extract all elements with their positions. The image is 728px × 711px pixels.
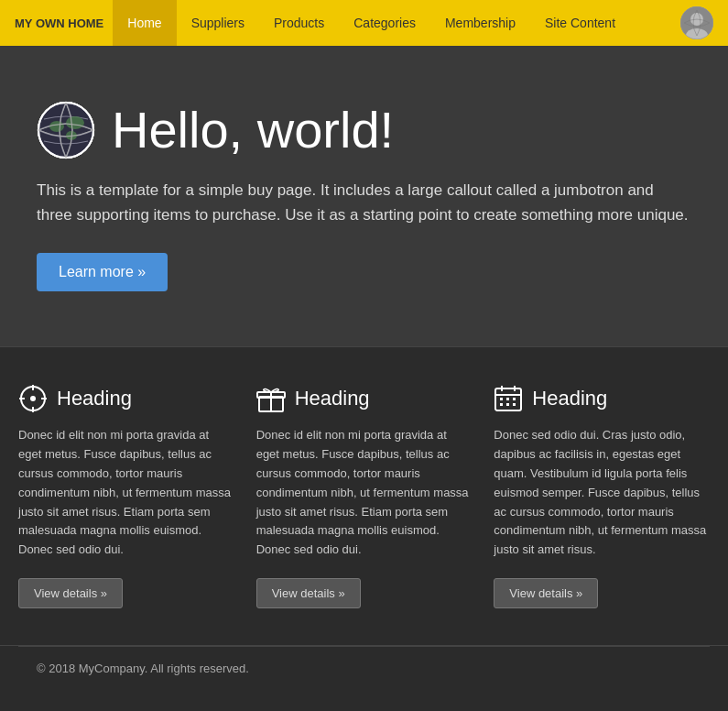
gift-icon: [256, 384, 286, 413]
jumbotron-heading: Hello, world!: [112, 104, 394, 156]
footer-text: © 2018 MyCompany. All rights reserved.: [37, 662, 691, 675]
feature-3-heading: Heading: [494, 384, 710, 413]
calendar-icon: [494, 384, 523, 413]
svg-point-9: [66, 116, 84, 129]
feature-1-heading: Heading: [18, 384, 234, 413]
learn-more-button[interactable]: Learn more »: [37, 253, 168, 291]
footer: © 2018 MyCompany. All rights reserved.: [18, 646, 710, 690]
nav-link-suppliers[interactable]: Suppliers: [177, 0, 259, 46]
globe-icon: [37, 101, 95, 159]
svg-point-8: [49, 121, 64, 132]
jumbotron-description: This is a template for a simple buy page…: [37, 178, 691, 227]
feature-2-text: Donec id elit non mi porta gravida at eg…: [256, 426, 473, 560]
feature-item-1: Heading Donec id elit non mi porta gravi…: [18, 384, 234, 608]
nav-link-categories[interactable]: Categories: [339, 0, 430, 46]
jumbotron-title-area: Hello, world!: [37, 101, 691, 159]
svg-rect-25: [500, 398, 503, 400]
feature-1-button[interactable]: View details »: [18, 578, 123, 608]
svg-rect-30: [513, 403, 516, 406]
nav-item-membership[interactable]: Membership: [430, 0, 530, 46]
nav-menu: Home Suppliers Products Categories Membe…: [113, 0, 680, 46]
feature-3-button[interactable]: View details »: [494, 578, 598, 608]
svg-rect-26: [506, 398, 509, 400]
jumbotron: Hello, world! This is a template for a s…: [0, 46, 728, 346]
svg-point-17: [30, 396, 36, 401]
svg-rect-28: [500, 403, 503, 406]
nav-link-products[interactable]: Products: [259, 0, 339, 46]
nav-link-membership[interactable]: Membership: [430, 0, 530, 46]
nav-link-site-content[interactable]: Site Content: [530, 0, 630, 46]
feature-3-text: Donec sed odio dui. Cras justo odio, dap…: [494, 426, 710, 560]
nav-item-products[interactable]: Products: [259, 0, 339, 46]
avatar-icon: [680, 6, 713, 39]
feature-2-button[interactable]: View details »: [256, 578, 361, 608]
feature-item-3: Heading Donec sed odio dui. Cras justo o…: [494, 384, 710, 608]
features-grid: Heading Donec id elit non mi porta gravi…: [18, 384, 710, 608]
svg-rect-29: [506, 403, 509, 406]
features-section: Heading Donec id elit non mi porta gravi…: [0, 346, 728, 645]
nav-item-home[interactable]: Home: [113, 0, 176, 46]
crosshair-icon: [18, 384, 48, 413]
feature-1-text: Donec id elit non mi porta gravida at eg…: [18, 426, 234, 560]
svg-rect-27: [513, 398, 516, 400]
nav-item-suppliers[interactable]: Suppliers: [177, 0, 259, 46]
nav-item-site-content[interactable]: Site Content: [530, 0, 630, 46]
feature-2-heading: Heading: [256, 384, 473, 413]
nav-item-categories[interactable]: Categories: [339, 0, 430, 46]
nav-link-home[interactable]: Home: [113, 0, 176, 46]
avatar[interactable]: [680, 6, 713, 39]
navbar: MY OWN HOME Home Suppliers Products Cate…: [0, 0, 728, 46]
brand-name: MY OWN HOME: [15, 16, 103, 30]
feature-item-2: Heading Donec id elit non mi porta gravi…: [256, 384, 473, 608]
